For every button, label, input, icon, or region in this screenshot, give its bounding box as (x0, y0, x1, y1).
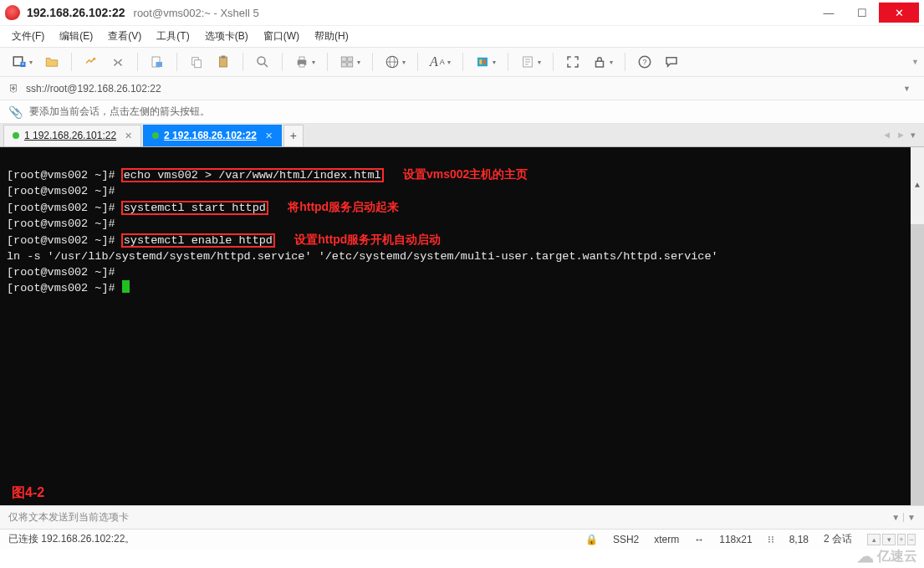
address-dropdown[interactable]: ▼ (898, 84, 916, 93)
prompt: [root@vms002 ~]# (7, 266, 115, 279)
session-remove-button[interactable]: − (907, 534, 916, 545)
svg-rect-8 (220, 57, 227, 67)
separator (417, 53, 418, 71)
svg-rect-18 (348, 63, 353, 67)
terminal-scrollbar[interactable]: ▲ ▼ (911, 147, 924, 505)
toolbar-overflow[interactable]: ▼ (911, 58, 919, 66)
close-button[interactable]: ✕ (879, 3, 919, 23)
svg-text:?: ? (642, 58, 646, 66)
properties-button[interactable] (146, 53, 168, 71)
fullscreen-button[interactable] (562, 53, 584, 71)
separator (282, 53, 283, 71)
status-term-type: xterm (654, 534, 679, 545)
session-nav-buttons: ▴ ▾ + − (867, 534, 916, 545)
encoding-button[interactable]: ▾ (381, 53, 409, 71)
paste-button[interactable] (212, 53, 234, 71)
command-enable-httpd: systemctl enable httpd (122, 234, 274, 247)
window-titlebar: 192.168.26.102:22 root@vms002:~ - Xshell… (0, 0, 924, 25)
close-tab-icon[interactable]: ✕ (265, 130, 273, 141)
status-bar: 已连接 192.168.26.102:22。 🔒 SSH2 xterm ↔ 11… (0, 529, 924, 549)
menu-view[interactable]: 查看(V) (108, 29, 141, 43)
scroll-thumb[interactable] (911, 224, 924, 505)
annotation-homepage: 设置vms002主机的主页 (403, 167, 528, 181)
watermark: ☁ 亿速云 (857, 546, 917, 566)
svg-rect-26 (595, 61, 603, 67)
svg-point-3 (93, 58, 95, 60)
lock-button[interactable]: ▾ (589, 53, 616, 71)
svg-rect-22 (477, 58, 488, 67)
prompt: [root@vms002 ~]# (7, 217, 115, 230)
svg-point-10 (258, 57, 265, 64)
minimize-button[interactable]: — (812, 3, 845, 23)
separator (372, 53, 373, 71)
prompt: [root@vms002 ~]# (7, 202, 122, 214)
command-echo: echo vms002 > /var/www/html/index.html (122, 169, 383, 182)
svg-rect-23 (479, 59, 482, 64)
svg-rect-14 (299, 64, 304, 67)
menu-tools[interactable]: 工具(T) (156, 29, 189, 43)
script-button[interactable]: ▾ (517, 53, 544, 71)
menu-edit[interactable]: 编辑(E) (59, 29, 93, 43)
close-tab-icon[interactable]: ✕ (125, 130, 132, 141)
font-button[interactable]: AA▾ (426, 53, 454, 71)
cloud-icon: ☁ (857, 546, 874, 566)
cursor-pos-icon: ⁝⁝ (768, 534, 774, 545)
hint-text: 要添加当前会话，点击左侧的箭头按钮。 (29, 105, 210, 119)
prompt: [root@vms002 ~]# (7, 169, 122, 182)
pin-icon[interactable]: 📎 (8, 105, 23, 119)
session-tab-2[interactable]: 2 192.168.26.102:22 ✕ (143, 125, 282, 146)
connect-button[interactable] (80, 53, 102, 71)
tab-prev-icon[interactable]: ◄ (882, 130, 891, 141)
add-tab-button[interactable]: + (283, 125, 304, 146)
new-session-button[interactable]: +▾ (8, 53, 36, 71)
separator (462, 53, 463, 71)
send-bar: 仅将文本发送到当前选项卡 ▼▼ (0, 505, 924, 529)
layout-button[interactable]: ▾ (336, 53, 364, 71)
help-button[interactable]: ? (634, 53, 656, 71)
session-tab-label: 2 192.168.26.102:22 (164, 130, 257, 141)
session-up-button[interactable]: ▴ (867, 534, 881, 545)
find-button[interactable] (252, 53, 273, 71)
status-connection: 已连接 192.168.26.102:22。 (8, 532, 135, 546)
svg-rect-5 (156, 62, 163, 67)
cursor-icon (122, 280, 130, 293)
print-button[interactable]: ▾ (291, 53, 319, 71)
figure-label: 图4-2 (12, 484, 44, 500)
separator (327, 53, 328, 71)
scroll-up-icon[interactable]: ▲ (911, 179, 924, 192)
disconnect-button[interactable] (107, 53, 129, 71)
svg-rect-24 (483, 59, 486, 64)
status-protocol: SSH2 (613, 534, 639, 545)
annotation-start: 将httpd服务启动起来 (288, 200, 399, 213)
session-tab-1[interactable]: 1 192.168.26.101:22 ✕ (3, 125, 141, 146)
feedback-button[interactable] (661, 53, 682, 71)
menu-tabs[interactable]: 选项卡(B) (205, 29, 248, 43)
send-target-text[interactable]: 仅将文本发送到当前选项卡 (8, 510, 129, 525)
address-url[interactable]: ssh://root@192.168.26.102:22 (26, 83, 891, 95)
terminal-pane[interactable]: [root@vms002 ~]# echo vms002 > /var/www/… (0, 147, 924, 505)
menu-help[interactable]: 帮助(H) (314, 29, 349, 43)
annotation-enable: 设置httpd服务开机自动启动 (294, 233, 441, 246)
open-button[interactable] (41, 53, 63, 71)
prompt: [root@vms002 ~]# (7, 185, 115, 197)
shield-icon: ⛨ (8, 82, 19, 95)
prompt: [root@vms002 ~]# (7, 282, 122, 294)
session-tabbar: 1 192.168.26.101:22 ✕ 2 192.168.26.102:2… (0, 124, 924, 147)
svg-rect-9 (222, 56, 226, 59)
tab-list-icon[interactable]: ▾ (911, 130, 916, 141)
toolbar: +▾ ▾ ▾ ▾ AA▾ ▾ ▾ ▾ ? ▼ (0, 47, 924, 77)
window-title-path: root@vms002:~ - Xshell 5 (134, 7, 259, 19)
color-scheme-button[interactable]: ▾ (472, 53, 499, 71)
menu-window[interactable]: 窗口(W) (263, 29, 299, 43)
menu-file[interactable]: 文件(F) (12, 29, 44, 43)
session-add-button[interactable]: + (897, 534, 906, 545)
maximize-button[interactable]: ☐ (845, 3, 879, 23)
separator (508, 53, 508, 71)
copy-button[interactable] (186, 53, 207, 71)
session-tab-label: 1 192.168.26.101:22 (24, 130, 116, 141)
svg-rect-15 (341, 57, 346, 61)
session-down-button[interactable]: ▾ (882, 534, 896, 545)
send-dropdown[interactable]: ▼▼ (891, 513, 916, 522)
tab-next-icon[interactable]: ► (896, 130, 906, 141)
svg-rect-13 (299, 57, 304, 60)
